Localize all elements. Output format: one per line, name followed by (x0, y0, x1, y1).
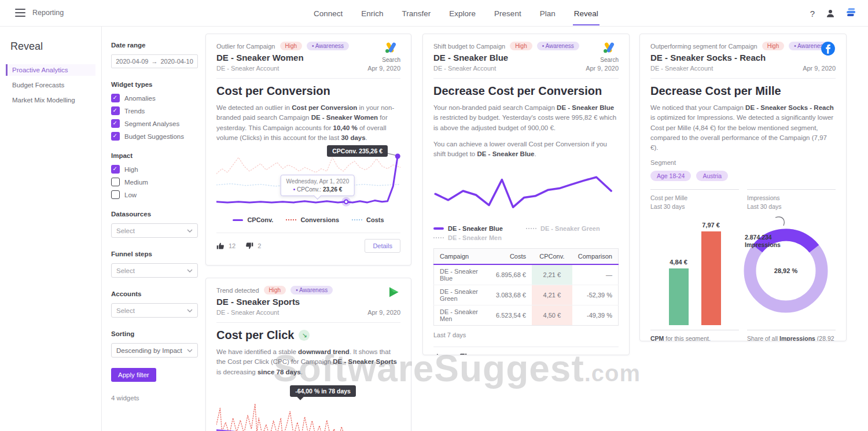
brand-logo-icon[interactable] (846, 6, 858, 20)
table-row: DE - Sneaker Green 3.083,68 € 4,21 € -52… (434, 285, 619, 305)
date-from: 2020-04-09 (116, 58, 148, 65)
checkbox-segment-analyses[interactable]: Segment Analyses (111, 119, 198, 128)
main-nav: Connect Enrich Transfer Explore Present … (312, 0, 599, 27)
impact-badge: High (264, 286, 286, 294)
nav-transfer[interactable]: Transfer (401, 2, 432, 25)
insight-body-2: You can achieve a lower overall Cost per… (433, 139, 619, 160)
legend-swatch-red-dotted (286, 219, 296, 220)
dislikes-count: 2 (258, 242, 261, 249)
card-kicker: Outlier for Campaign (216, 43, 275, 50)
checkbox-checked-icon (111, 106, 120, 115)
top-right-actions: ? (810, 0, 858, 27)
impressions-subtitle: Last 30 days (747, 203, 782, 210)
checkbox-budget-suggestions[interactable]: Budget Suggestions (111, 132, 198, 141)
funnel-badge: • Awareness (290, 286, 333, 294)
card-date: Apr 9, 2020 (367, 65, 400, 72)
nav-present[interactable]: Present (493, 2, 523, 25)
impact-badge: High (510, 42, 532, 50)
google-ads-icon (603, 41, 616, 54)
campaign-comparison-table: Campaign Costs CPConv. Comparison DE - S… (433, 248, 619, 326)
chart-legend: DE - Sneaker Blue DE - Sneaker Green DE … (433, 225, 619, 241)
cpm-title: Cost per Mille (650, 194, 687, 201)
nav-plan[interactable]: Plan (539, 2, 557, 25)
nav-connect[interactable]: Connect (312, 2, 344, 25)
insight-body: We have identified a stable downward tre… (216, 347, 400, 377)
insight-heading: Decrease Cost per Conversion (433, 84, 619, 98)
card-date: Apr 9, 2020 (803, 65, 836, 72)
nav-reveal[interactable]: Reveal (573, 2, 599, 25)
bar-7,97 €: 7,97 € (701, 222, 721, 325)
sidebar-item-proactive-analytics[interactable]: Proactive Analytics (6, 64, 95, 76)
impact-badge: High (280, 42, 303, 50)
checkbox-checked-icon (111, 119, 120, 128)
checkbox-anomalies[interactable]: Anomalies (111, 94, 198, 102)
sidebar-title: Reveal (10, 40, 101, 53)
legend-swatch-purple (233, 219, 243, 221)
checkbox-impact-low[interactable]: Low (111, 190, 198, 199)
campaign-title: DE - Sneaker Blue (433, 53, 619, 62)
col-campaign[interactable]: Campaign (434, 249, 487, 265)
col-comparison[interactable]: Comparison (572, 249, 619, 265)
funnel-badge: • Awareness (307, 42, 349, 50)
likes-count: 9 (446, 353, 449, 355)
top-bar: Reporting Connect Enrich Transfer Explor… (0, 0, 868, 27)
filter-panel: Date range 2020-04-09 → 2020-04-10 Widge… (111, 27, 198, 401)
date-range-input[interactable]: 2020-04-09 → 2020-04-10 (111, 54, 198, 68)
checkbox-trends[interactable]: Trends (111, 106, 198, 115)
datasources-select[interactable]: Select (111, 223, 198, 238)
widgets-count: 4 widgets (111, 395, 198, 401)
sidebar-item-budget-forecasts[interactable]: Budget Forecasts (6, 79, 95, 91)
account-subtitle: DE - Sneaker Account (433, 65, 496, 72)
chart-legend: CPConv. Conversions Costs (216, 216, 400, 223)
trend-tooltip: -64,00 % in 78 days (290, 385, 356, 397)
accounts-select[interactable]: Select (111, 303, 198, 318)
datasource-block (387, 285, 400, 301)
thumbs-down-icon[interactable] (245, 242, 253, 250)
google-ads-icon (385, 41, 398, 54)
legend-swatch-blue-dotted (352, 219, 362, 220)
checkbox-impact-high[interactable]: High (111, 165, 198, 174)
account-subtitle: DE - Sneaker Account (650, 65, 713, 72)
datasources-label: Datasources (111, 211, 198, 218)
campaign-title: DE - Sneaker Socks - Reach (650, 53, 836, 62)
card-kicker: Trend detected (216, 287, 259, 294)
datasource-block: Search (382, 41, 400, 63)
cpc-trend-chart: -64,00 % in 78 days (216, 401, 400, 431)
nav-enrich[interactable]: Enrich (360, 2, 384, 25)
downward-trend-icon: ↘ (299, 330, 310, 341)
hamburger-menu-icon[interactable] (15, 9, 25, 17)
campaign-comparison-chart (433, 170, 619, 220)
user-profile-icon[interactable] (825, 8, 836, 19)
thumbs-up-icon[interactable] (216, 242, 225, 250)
checkbox-checked-icon (111, 165, 120, 174)
bar-4,84 €: 4,84 € (669, 259, 689, 325)
thumbs-up-icon[interactable] (433, 353, 442, 355)
account-subtitle: DE - Sneaker Account (216, 65, 279, 72)
sorting-select[interactable]: Descending by Impact (111, 343, 198, 358)
reveal-dashboard-page: Reporting Connect Enrich Transfer Explor… (0, 0, 868, 431)
table-note: Last 7 days (433, 331, 619, 338)
datasource-label: Search (382, 57, 400, 63)
card-date: Apr 9, 2020 (586, 65, 619, 72)
impressions-panel: ImpressionsLast 30 days 2.874.234 Impres… (747, 189, 836, 341)
dislikes-count: 1 (471, 353, 475, 355)
help-icon[interactable]: ? (810, 9, 815, 19)
campaign-title: DE - Sneaker Sports (216, 297, 400, 307)
account-subtitle: DE - Sneaker Account (216, 309, 279, 316)
funnel-steps-label: Funnel steps (111, 251, 198, 257)
legend-swatch-gray-dotted (526, 228, 536, 229)
thumbs-down-icon[interactable] (459, 353, 467, 355)
sidebar-item-market-mix-modelling[interactable]: Market Mix Modelling (6, 94, 95, 106)
cpconv-line-chart: CPConv. 235,26 € Wednesday, Apr 1, 2020 … (216, 149, 400, 211)
nav-explore[interactable]: Explore (448, 2, 477, 25)
col-costs[interactable]: Costs (486, 249, 532, 265)
details-button[interactable]: Details (365, 239, 400, 253)
apply-filter-button[interactable]: Apply filter (111, 368, 156, 382)
cpm-panel: Cost per MilleLast 30 days 4,84 €7,97 € … (650, 189, 739, 341)
facebook-icon (821, 41, 836, 56)
col-cpconv[interactable]: CPConv. (532, 249, 572, 265)
checkbox-impact-medium[interactable]: Medium (111, 178, 198, 186)
callout-line-icon (774, 216, 789, 228)
funnel-steps-select[interactable]: Select (111, 263, 198, 278)
sidebar: Reveal Proactive Analytics Budget Foreca… (0, 27, 102, 431)
